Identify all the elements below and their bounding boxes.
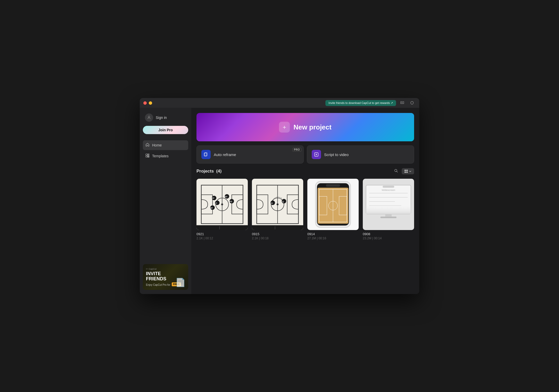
svg-rect-10 (405, 170, 406, 171)
auto-reframe-icon (201, 150, 211, 159)
sign-in-label: Sign in (156, 116, 167, 120)
svg-point-18 (221, 203, 223, 205)
message-icon (400, 101, 404, 105)
projects-grid: PF C SF SG PG Full Half (196, 179, 414, 240)
svg-rect-62 (383, 186, 394, 187)
app-window: Invite friends to download CapCut to get… (140, 98, 419, 294)
svg-text:PF: PF (212, 197, 215, 199)
content-area: ＋ New project Auto reframe PRO (191, 108, 419, 294)
svg-rect-12 (405, 172, 406, 173)
svg-text:Widescreen: Widescreen (382, 189, 395, 191)
svg-rect-3 (146, 156, 147, 157)
project-meta: 2.1K | 00:18 (252, 236, 303, 240)
invite-card-subtitle: Enjoy CapCut Pro for (146, 283, 170, 286)
project-info: 0915 2.1K | 00:18 (252, 232, 303, 240)
projects-title: Projects (4) (196, 169, 221, 174)
templates-label: Templates (152, 154, 169, 158)
new-project-banner[interactable]: ＋ New project (196, 113, 414, 141)
script-to-video-card[interactable]: Script to video (307, 145, 414, 164)
auto-reframe-label: Auto reframe (214, 152, 236, 157)
invite-card[interactable]: ✂ CapCut INVITE FRIENDS Enjoy CapCut Pro… (143, 264, 188, 290)
project-name: 0915 (252, 232, 303, 236)
invite-card-content: ✂ CapCut INVITE FRIENDS Enjoy CapCut Pro… (143, 264, 188, 290)
invite-banner[interactable]: Invite friends to download CapCut to get… (325, 100, 396, 106)
project-thumbnail: 11 Q Full Half (252, 179, 303, 230)
minimize-button[interactable] (149, 101, 152, 105)
svg-rect-2 (148, 155, 149, 156)
project-card[interactable]: 0914 27.1M | 00:16 (307, 179, 359, 240)
svg-rect-48 (252, 225, 303, 230)
traffic-lights (143, 101, 158, 105)
settings-button[interactable] (408, 99, 416, 107)
court1-thumbnail: PF C SF SG PG Full Half (196, 179, 248, 230)
svg-rect-0 (146, 154, 147, 156)
titlebar: Invite friends to download CapCut to get… (140, 98, 419, 108)
pro-badge: PRO (292, 148, 301, 152)
project-meta: 27.1M | 00:16 (307, 236, 359, 240)
project-card[interactable]: PF C SF SG PG Full Half (196, 179, 248, 240)
project-name: 0914 (307, 232, 359, 236)
new-project-label: New project (293, 123, 331, 131)
svg-text:Q: Q (282, 200, 284, 203)
svg-rect-53 (326, 184, 340, 187)
svg-text:SF: SF (210, 207, 213, 209)
sidebar-footer: ✂ CapCut INVITE FRIENDS Enjoy CapCut Pro… (143, 264, 188, 290)
svg-text:11: 11 (271, 202, 273, 204)
svg-rect-4 (148, 156, 149, 157)
svg-rect-6 (204, 153, 207, 156)
project-info: 0908 23.2M | 00:14 (363, 232, 414, 240)
svg-rect-67 (366, 205, 411, 214)
phone-thumbnail (307, 179, 359, 230)
gift-icon: 📄 (175, 277, 186, 287)
chevron-down-icon (409, 170, 412, 173)
shield-icon (410, 101, 414, 105)
main-layout: Sign in Join Pro Home (140, 108, 419, 294)
svg-rect-5 (148, 157, 149, 157)
svg-text:PG: PG (229, 200, 232, 203)
auto-reframe-card[interactable]: Auto reframe PRO (196, 145, 304, 164)
project-thumbnail: PF C SF SG PG Full Half (196, 179, 248, 230)
project-thumbnail: Widescreen (363, 179, 414, 230)
search-button[interactable] (392, 168, 400, 175)
whiteboard-thumbnail: Widescreen (363, 179, 414, 230)
project-info: 0914 27.1M | 00:16 (307, 232, 359, 240)
join-pro-button[interactable]: Join Pro (143, 126, 188, 134)
home-label: Home (152, 143, 162, 147)
avatar (145, 113, 153, 122)
svg-text:SG: SG (225, 195, 227, 198)
quick-actions: Auto reframe PRO Script to video (196, 145, 414, 164)
sign-in-section: Sign in Join Pro (143, 112, 188, 134)
projects-section: Projects (4) (196, 168, 414, 289)
nav-section: Home Templates (143, 140, 188, 161)
svg-rect-11 (406, 170, 408, 171)
sign-in-row[interactable]: Sign in (143, 112, 188, 123)
svg-rect-33 (196, 225, 248, 230)
script-to-video-icon (312, 150, 321, 159)
grid-icon (404, 169, 408, 173)
court2-thumbnail: 11 Q Full Half (252, 179, 303, 230)
project-info: 0921 2.1K | 00:12 (196, 232, 248, 240)
projects-header: Projects (4) (196, 168, 414, 175)
project-card[interactable]: 11 Q Full Half (252, 179, 303, 240)
invite-banner-text: Invite friends to download CapCut to get… (328, 101, 393, 105)
view-toggle-button[interactable] (402, 168, 414, 174)
svg-rect-13 (406, 172, 408, 173)
plus-icon: ＋ (279, 122, 290, 133)
titlebar-actions: Invite friends to download CapCut to get… (325, 99, 416, 107)
sidebar-item-home[interactable]: Home (143, 140, 188, 150)
script-to-video-label: Script to video (324, 152, 349, 157)
templates-icon (145, 153, 150, 159)
project-meta: 23.2M | 00:14 (363, 236, 414, 240)
new-project-content: ＋ New project (279, 122, 331, 133)
home-icon (145, 143, 150, 148)
close-button[interactable] (143, 101, 147, 105)
project-card[interactable]: Widescreen 0908 23.2M | 00:14 (363, 179, 414, 240)
messages-button[interactable] (399, 99, 406, 107)
project-meta: 2.1K | 00:12 (196, 236, 248, 240)
search-icon (394, 169, 398, 173)
sidebar-item-templates[interactable]: Templates (143, 151, 188, 161)
projects-controls (392, 168, 414, 175)
project-name: 0921 (196, 232, 248, 236)
svg-point-39 (277, 203, 278, 205)
svg-text:C: C (216, 202, 217, 204)
